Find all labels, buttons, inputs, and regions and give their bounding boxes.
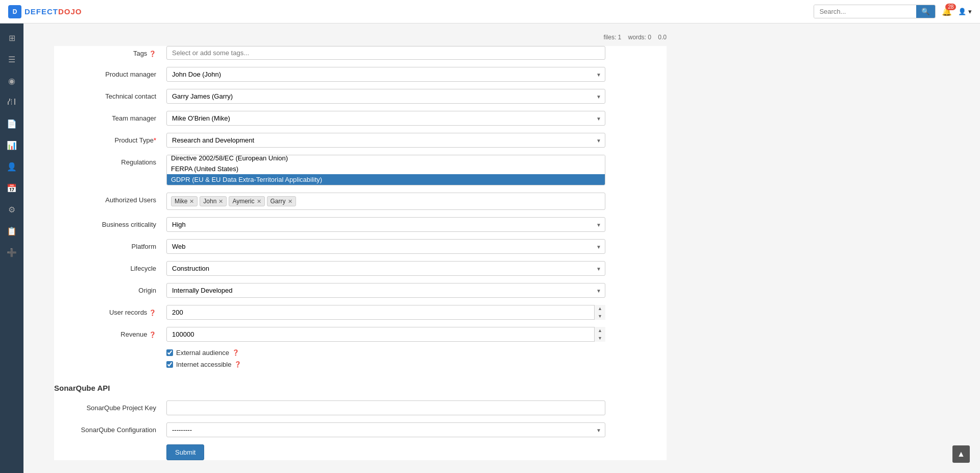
sonarqube-project-key-row: SonarQube Project Key <box>54 400 667 415</box>
regulations-listbox[interactable]: Directive 2002/58/EC (European Union) FE… <box>166 155 605 185</box>
notifications-button[interactable]: 🔔 28 <box>942 7 952 16</box>
technical-contact-select[interactable]: Garry James (Garry) John Doe (John) Mike… <box>166 89 605 104</box>
team-manager-select[interactable]: Mike O'Brien (Mike) John Doe (John) Garr… <box>166 111 605 126</box>
user-records-row: User records ❓ ▲ ▼ <box>54 305 667 320</box>
scroll-to-top-button[interactable]: ▲ <box>952 445 970 463</box>
sidebar-item-dashboard[interactable]: ⊞ <box>2 28 22 48</box>
token-john-remove[interactable]: ✕ <box>218 198 223 205</box>
regulations-option: FERPA (United States) <box>167 163 605 174</box>
sidebar-item-calendar[interactable]: 📅 <box>2 178 22 198</box>
token-garry-remove[interactable]: ✕ <box>288 198 292 205</box>
user-records-increment[interactable]: ▲ <box>595 305 605 313</box>
sidebar-item-user[interactable]: 👤 <box>2 156 22 177</box>
business-criticality-select-wrap: High Medium Low ▼ <box>166 217 605 232</box>
product-type-select-wrap: Research and Development Internal Extern… <box>166 133 605 148</box>
technical-contact-row: Technical contact Garry James (Garry) Jo… <box>54 89 667 104</box>
team-manager-row: Team manager Mike O'Brien (Mike) John Do… <box>54 111 667 126</box>
revenue-input[interactable] <box>166 327 605 342</box>
lifecycle-control: Construction Production Retirement ▼ <box>166 261 605 276</box>
submit-row: Submit <box>166 444 667 460</box>
team-manager-label: Team manager <box>54 111 166 122</box>
tags-input[interactable] <box>166 46 605 60</box>
logo-icon: D <box>8 5 21 18</box>
origin-select[interactable]: Internally Developed Open Source Commerc… <box>166 283 605 298</box>
files-count: files: 1 <box>604 34 622 41</box>
internet-accessible-checkbox[interactable] <box>166 361 173 368</box>
revenue-control: ▲ ▼ <box>166 327 605 342</box>
internet-accessible-label[interactable]: Internet accessible <box>176 361 231 368</box>
revenue-number-wrap: ▲ ▼ <box>166 327 605 342</box>
sonarqube-config-select-wrap: --------- ▼ <box>166 422 605 437</box>
technical-contact-label: Technical contact <box>54 89 166 100</box>
platform-row: Platform Web Desktop Mobile IoT ▼ <box>54 239 667 254</box>
regulations-row: Regulations Directive 2002/58/EC (Europe… <box>54 155 667 185</box>
revenue-decrement[interactable]: ▼ <box>595 335 605 342</box>
platform-select[interactable]: Web Desktop Mobile IoT <box>166 239 605 254</box>
token-john: John ✕ <box>200 196 227 206</box>
lifecycle-row: Lifecycle Construction Production Retire… <box>54 261 667 276</box>
user-menu-button[interactable]: 👤 ▾ <box>958 8 972 15</box>
authorized-users-label: Authorized Users <box>54 193 166 204</box>
sidebar-item-charts[interactable]: 📊 <box>2 135 22 155</box>
tags-help-icon[interactable]: ❓ <box>149 51 156 57</box>
origin-control: Internally Developed Open Source Commerc… <box>166 283 605 298</box>
internet-accessible-help-icon[interactable]: ❓ <box>234 361 241 368</box>
user-records-input[interactable] <box>166 305 605 320</box>
regulations-control: Directive 2002/58/EC (European Union) FE… <box>166 155 605 185</box>
team-manager-select-wrap: Mike O'Brien (Mike) John Doe (John) Garr… <box>166 111 605 126</box>
business-criticality-control: High Medium Low ▼ <box>166 217 605 232</box>
external-audience-label[interactable]: External audience <box>176 349 229 357</box>
external-audience-row: External audience ❓ <box>166 349 667 357</box>
sidebar-item-bug[interactable]: ◉ <box>2 70 22 91</box>
product-type-control: Research and Development Internal Extern… <box>166 133 605 148</box>
token-aymeric-remove[interactable]: ✕ <box>257 198 261 205</box>
lifecycle-select[interactable]: Construction Production Retirement <box>166 261 605 276</box>
search-button[interactable]: 🔍 <box>916 5 935 18</box>
revenue-help-icon[interactable]: ❓ <box>149 332 156 338</box>
sonarqube-config-control: --------- ▼ <box>166 422 605 437</box>
platform-label: Platform <box>54 239 166 250</box>
regulations-listbox-wrap: Directive 2002/58/EC (European Union) FE… <box>166 155 605 185</box>
sonarqube-config-select[interactable]: --------- <box>166 422 605 437</box>
external-audience-checkbox[interactable] <box>166 349 173 356</box>
product-type-select[interactable]: Research and Development Internal Extern… <box>166 133 605 148</box>
user-records-help-icon[interactable]: ❓ <box>149 310 156 316</box>
product-manager-select-wrap: John Doe (John) Garry James (Garry) Mike… <box>166 67 605 82</box>
product-manager-row: Product manager John Doe (John) Garry Ja… <box>54 67 667 82</box>
sidebar-item-reports[interactable]: 📄 <box>2 113 22 134</box>
sonarqube-section-header: SonarQube API <box>54 379 667 392</box>
origin-row: Origin Internally Developed Open Source … <box>54 283 667 298</box>
navbar: D DEFECTDOJO 🔍 🔔 28 👤 ▾ <box>0 0 980 23</box>
value-count: 0.0 <box>658 34 667 41</box>
top-info: files: 1 words: 0 0.0 <box>54 34 667 41</box>
team-manager-control: Mike O'Brien (Mike) John Doe (John) Garr… <box>166 111 605 126</box>
product-manager-select[interactable]: John Doe (John) Garry James (Garry) Mike… <box>166 67 605 82</box>
user-records-decrement[interactable]: ▼ <box>595 313 605 320</box>
tags-label: Tags ❓ <box>54 46 166 57</box>
external-audience-help-icon[interactable]: ❓ <box>232 349 239 356</box>
search-input[interactable] <box>814 5 916 18</box>
product-manager-label: Product manager <box>54 67 166 78</box>
token-aymeric: Aymeric ✕ <box>229 196 264 206</box>
technical-contact-control: Garry James (Garry) John Doe (John) Mike… <box>166 89 605 104</box>
internet-accessible-row: Internet accessible ❓ <box>166 361 667 368</box>
user-records-spinners: ▲ ▼ <box>594 305 605 320</box>
submit-button[interactable]: Submit <box>166 444 204 460</box>
sidebar-item-clipboard[interactable]: 📋 <box>2 221 22 241</box>
regulations-option: GDPR (EU & EU Data Extra-Territorial App… <box>167 174 605 185</box>
sidebar-item-menu[interactable]: ☰ <box>2 49 22 69</box>
authorized-users-token-input[interactable]: Mike ✕ John ✕ Aymeric ✕ Garry ✕ <box>166 193 605 210</box>
sidebar-item-hierarchy[interactable]: ⛙ <box>2 92 22 112</box>
business-criticality-select[interactable]: High Medium Low <box>166 217 605 232</box>
tags-control <box>166 46 605 60</box>
sonarqube-project-key-input[interactable] <box>166 400 605 415</box>
token-mike: Mike ✕ <box>171 196 198 206</box>
brand-logo[interactable]: D DEFECTDOJO <box>8 5 82 18</box>
sidebar-item-add[interactable]: ➕ <box>2 242 22 263</box>
tags-row: Tags ❓ <box>54 46 667 60</box>
token-mike-remove[interactable]: ✕ <box>189 198 194 205</box>
revenue-increment[interactable]: ▲ <box>595 327 605 335</box>
platform-control: Web Desktop Mobile IoT ▼ <box>166 239 605 254</box>
authorized-users-row: Authorized Users Mike ✕ John ✕ Aymeric ✕… <box>54 193 667 210</box>
sidebar-item-settings[interactable]: ⚙ <box>2 199 22 220</box>
